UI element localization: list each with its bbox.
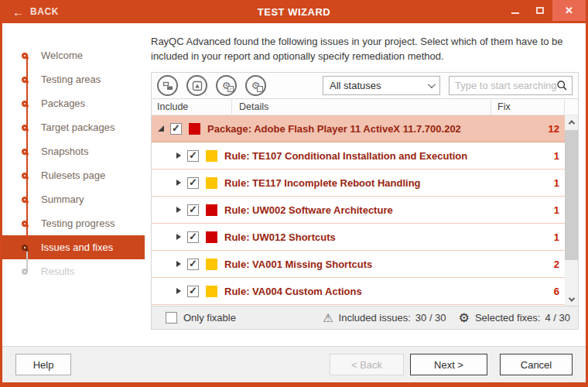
table-row[interactable]: Rule: UW012 Shortcuts1 xyxy=(152,224,565,251)
chevron-up-icon xyxy=(568,120,574,126)
include-checkbox[interactable] xyxy=(187,286,199,297)
table-row[interactable]: Rule: VA004 Custom Actions6 xyxy=(152,278,565,305)
copy-badge-icon xyxy=(257,86,263,92)
table-row[interactable]: Rule: TE117 Incomplete Reboot Handling1 xyxy=(152,170,565,197)
copy-fixes-button[interactable]: ⚙ xyxy=(245,75,266,96)
expand-icon[interactable] xyxy=(176,261,181,267)
window-title: TEST WIZARD xyxy=(258,6,330,18)
sidebar-item-welcome[interactable]: Welcome xyxy=(2,43,145,67)
step-dot-icon xyxy=(22,197,28,203)
row-label: Rule: TE107 Conditional Installation and… xyxy=(224,150,467,162)
row-label: Rule: VA001 Missing Shortcuts xyxy=(224,259,372,270)
row-label: Rule: UW002 Software Architecture xyxy=(224,204,393,216)
sidebar-item-label: Issues and fixes xyxy=(41,241,113,253)
maximize-button[interactable] xyxy=(528,0,552,21)
only-fixable-label: Only fixable xyxy=(183,312,236,324)
table-row[interactable]: Rule: UW002 Software Architecture1 xyxy=(152,197,565,224)
search-icon[interactable] xyxy=(556,80,568,91)
issues-panel: ⚙ ✓ ⚙ All statuses xyxy=(151,72,579,330)
tree-view-button[interactable] xyxy=(157,75,178,96)
issue-rows: Package: Adobe Flash Player 11 ActiveX 1… xyxy=(152,115,565,306)
severity-red-icon xyxy=(206,231,217,243)
page-description: RayQC Advanced found the following issue… xyxy=(151,34,579,63)
scroll-up-button[interactable] xyxy=(565,115,578,128)
sidebar-item-label: Testing progress xyxy=(41,217,115,229)
sidebar-item-label: Snapshots xyxy=(41,146,88,157)
window-controls: ✕ xyxy=(503,0,586,23)
scrollbar-thumb[interactable] xyxy=(565,130,578,260)
minimize-button[interactable] xyxy=(503,0,528,21)
check-badge-icon: ✓ xyxy=(227,86,234,92)
sidebar-item-target-packages[interactable]: Target packages xyxy=(2,115,145,139)
step-dot-icon xyxy=(22,245,28,251)
cancel-button[interactable]: Cancel xyxy=(500,354,573,375)
fix-count: 1 xyxy=(554,231,565,243)
sidebar-item-snapshots[interactable]: Snapshots xyxy=(2,139,145,163)
expand-icon[interactable] xyxy=(176,180,181,186)
scroll-down-button[interactable] xyxy=(565,293,578,306)
fix-count: 1 xyxy=(554,204,565,216)
sidebar-item-packages[interactable]: Packages xyxy=(2,91,145,115)
severity-yellow-icon xyxy=(206,177,217,189)
expand-icon[interactable] xyxy=(176,234,181,240)
image-view-button[interactable] xyxy=(186,75,207,96)
include-checkbox[interactable] xyxy=(187,204,199,216)
wizard-steps: WelcomeTesting areasPackagesTarget packa… xyxy=(2,23,145,346)
sidebar-item-summary[interactable]: Summary xyxy=(2,187,145,211)
column-header-fix[interactable]: Fix xyxy=(491,99,565,115)
apply-fixes-button[interactable]: ⚙ ✓ xyxy=(216,75,237,96)
included-issues-value: 30 / 30 xyxy=(415,312,446,324)
step-dot-icon xyxy=(22,269,28,275)
step-dot-icon xyxy=(22,53,28,59)
status-filter-value: All statuses xyxy=(330,80,381,91)
footer-bar: Help < Back Next > Cancel xyxy=(2,346,586,382)
selected-fixes-label: Selected fixes: xyxy=(475,312,541,324)
fix-count: 12 xyxy=(549,123,565,135)
minimize-icon xyxy=(511,12,519,14)
status-filter-dropdown[interactable]: All statuses xyxy=(323,76,440,95)
expand-icon[interactable] xyxy=(176,288,181,294)
table-header: Include Details Fix xyxy=(152,99,578,115)
column-header-details[interactable]: Details xyxy=(232,99,491,115)
include-checkbox[interactable] xyxy=(187,177,199,189)
expand-icon[interactable] xyxy=(176,207,181,213)
table-row[interactable]: Package: Adobe Flash Player 11 ActiveX 1… xyxy=(152,115,565,142)
sidebar-item-label: Rulesets page xyxy=(41,170,105,181)
severity-yellow-icon xyxy=(206,259,217,270)
next-button[interactable]: Next > xyxy=(410,354,487,375)
sidebar-item-testing-areas[interactable]: Testing areas xyxy=(2,67,145,91)
row-label: Package: Adobe Flash Player 11 ActiveX 1… xyxy=(207,123,461,135)
issues-toolbar: ⚙ ✓ ⚙ All statuses xyxy=(152,73,578,99)
row-label: Rule: UW012 Shortcuts xyxy=(224,231,336,243)
close-icon: ✕ xyxy=(565,5,573,15)
column-header-spacer xyxy=(565,99,578,115)
vertical-scrollbar[interactable] xyxy=(565,115,578,306)
test-wizard-window: ← BACK TEST WIZARD ✕ WelcomeTesting area… xyxy=(0,0,588,387)
back-button[interactable]: ← BACK xyxy=(12,6,59,18)
sidebar-item-label: Testing areas xyxy=(41,74,101,85)
step-dot-icon xyxy=(22,77,28,83)
column-header-include[interactable]: Include xyxy=(152,99,232,115)
back-wizard-button[interactable]: < Back xyxy=(330,354,404,375)
sidebar-item-label: Target packages xyxy=(41,122,115,133)
tree-view-icon xyxy=(162,80,174,92)
include-checkbox[interactable] xyxy=(187,259,199,270)
step-dot-icon xyxy=(22,221,28,227)
severity-red-icon xyxy=(189,123,200,135)
close-button[interactable]: ✕ xyxy=(552,0,586,21)
search-box xyxy=(449,76,573,95)
table-row[interactable]: Rule: VA001 Missing Shortcuts2 xyxy=(152,251,565,278)
include-checkbox[interactable] xyxy=(187,231,199,243)
collapse-icon[interactable] xyxy=(158,125,164,132)
include-checkbox[interactable] xyxy=(170,123,182,135)
help-button[interactable]: Help xyxy=(15,354,71,375)
sidebar-item-testing-progress[interactable]: Testing progress xyxy=(2,211,145,235)
include-checkbox[interactable] xyxy=(187,150,199,162)
sidebar-item-issues-and-fixes[interactable]: Issues and fixes xyxy=(2,235,145,259)
table-row[interactable]: Rule: TE107 Conditional Installation and… xyxy=(152,142,565,170)
expand-icon[interactable] xyxy=(176,152,181,159)
search-input[interactable] xyxy=(455,80,556,91)
included-issues-label: Included issues: xyxy=(339,312,411,324)
sidebar-item-rulesets-page[interactable]: Rulesets page xyxy=(2,163,145,187)
only-fixable-checkbox[interactable] xyxy=(166,312,177,324)
